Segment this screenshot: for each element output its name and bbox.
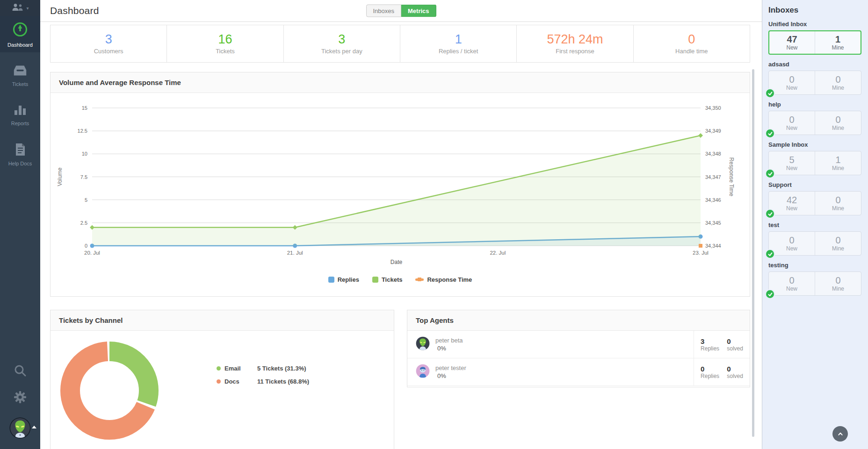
check-icon xyxy=(765,128,775,138)
user-avatar[interactable] xyxy=(9,417,31,441)
inbox-counts-box[interactable]: 0New 0Mine xyxy=(768,271,861,296)
gauge-icon xyxy=(12,21,28,39)
team-people-icon xyxy=(11,3,24,13)
main-header: Dashboard Inboxes Metrics xyxy=(40,0,762,22)
check-icon xyxy=(765,209,775,219)
check-icon xyxy=(765,289,775,299)
agent-replies: 3 Replies xyxy=(701,337,719,352)
inbox-counts-box[interactable]: 0New 0Mine xyxy=(768,231,861,256)
legend-dot xyxy=(217,366,221,371)
inbox-name: test xyxy=(768,221,861,228)
sidebar-item-dashboard[interactable]: Dashboard xyxy=(0,16,40,52)
agent-name: peter tester xyxy=(435,364,466,371)
page-title: Dashboard xyxy=(50,5,99,16)
main-content: Dashboard Inboxes Metrics 3 Customers 16… xyxy=(40,0,762,449)
svg-text:23. Jul: 23. Jul xyxy=(693,250,709,256)
inbox-group-support: Support 42New 0Mine xyxy=(768,181,861,215)
main-scrollbar[interactable] xyxy=(752,69,754,437)
sidebar-item-tickets[interactable]: Tickets xyxy=(0,59,40,92)
stat-label: Tickets xyxy=(216,48,235,55)
inbox-name: testing xyxy=(768,262,861,269)
alien-avatar xyxy=(416,336,430,352)
scroll-to-top-button[interactable] xyxy=(832,426,848,442)
legend-label: Tickets xyxy=(382,276,403,283)
svg-text:22. Jul: 22. Jul xyxy=(490,250,506,256)
document-icon xyxy=(14,143,26,158)
chart-legend: Replies Tickets Response Time xyxy=(51,276,750,283)
inbox-name: Support xyxy=(768,181,861,188)
sidebar-item-label: Dashboard xyxy=(7,42,33,48)
stat-value: 572h 24m xyxy=(547,33,603,47)
top-agents-panel: Top Agents xyxy=(407,310,750,387)
stat-value: 3 xyxy=(105,33,112,47)
legend-replies[interactable]: Replies xyxy=(328,276,359,283)
legend-response-time[interactable]: Response Time xyxy=(415,276,472,283)
channel-panel-title: Tickets by Channel xyxy=(51,310,394,331)
svg-text:34,346: 34,346 xyxy=(705,197,721,203)
chevron-down-icon: ▾ xyxy=(26,6,29,11)
svg-text:34,344: 34,344 xyxy=(705,243,721,249)
legend-swatch xyxy=(328,277,334,283)
svg-text:7.5: 7.5 xyxy=(80,174,87,180)
legend-label: Replies xyxy=(338,276,359,283)
inbox-group-sample-inbox: Sample Inbox 5New 1Mine xyxy=(768,141,861,175)
legend-tickets[interactable]: Tickets xyxy=(372,276,403,283)
inbox-name: adsasd xyxy=(768,61,861,68)
inbox-group-testing: testing 0New 0Mine xyxy=(768,262,861,296)
stat-first-response: 572h 24m First response xyxy=(516,25,633,62)
inbox-counts-box[interactable]: 42New 0Mine xyxy=(768,191,861,215)
sidebar-item-reports[interactable]: Reports xyxy=(0,98,40,131)
svg-text:34,350: 34,350 xyxy=(705,105,721,111)
view-toggle: Inboxes Metrics xyxy=(366,5,436,17)
stat-value: 16 xyxy=(218,33,232,47)
agent-solved: 0 solved xyxy=(727,365,743,379)
svg-text:34,347: 34,347 xyxy=(705,174,721,180)
inbox-counts-box[interactable]: 47New 1Mine xyxy=(768,30,861,55)
legend-value: 5 Tickets (31.3%) xyxy=(257,365,306,372)
donut-legend-docs[interactable]: Docs 11 Tickets (68.8%) xyxy=(217,378,309,385)
stat-value: 1 xyxy=(455,33,462,47)
sidebar-item-help-docs[interactable]: Help Docs xyxy=(0,137,40,171)
inboxes-title: Inboxes xyxy=(768,6,861,15)
stat-customers: 3 Customers xyxy=(51,25,166,62)
volume-response-chart-panel: Volume and Average Response Time 034,344… xyxy=(50,72,750,297)
agent-name: peter beta xyxy=(435,337,463,344)
donut-legend: Email 5 Tickets (31.3%) Docs 11 Tickets … xyxy=(217,365,309,440)
channel-donut-chart[interactable] xyxy=(60,342,159,440)
agent-row: peter tester 0% 0 Replies 0 solved xyxy=(407,358,750,386)
legend-swatch xyxy=(415,278,424,281)
inbox-name: Sample Inbox xyxy=(768,141,861,148)
stat-handle-time: 0 Handle time xyxy=(633,25,750,62)
stat-tickets: 16 Tickets xyxy=(166,25,283,62)
chart-title: Volume and Average Response Time xyxy=(51,72,750,93)
inbox-counts-box[interactable]: 0New 0Mine xyxy=(768,71,861,95)
account-switcher[interactable]: ▾ xyxy=(0,0,40,16)
legend-swatch xyxy=(372,277,378,283)
svg-text:34,348: 34,348 xyxy=(705,151,721,157)
svg-text:Response Time: Response Time xyxy=(728,157,735,197)
inboxes-toggle-button[interactable]: Inboxes xyxy=(366,5,401,17)
stat-label: Handle time xyxy=(675,48,708,55)
stat-tickets-per-day: 3 Tickets per day xyxy=(283,25,400,62)
donut-legend-email[interactable]: Email 5 Tickets (31.3%) xyxy=(217,365,309,372)
sidebar-item-label: Help Docs xyxy=(8,161,32,166)
metrics-toggle-button[interactable]: Metrics xyxy=(401,5,436,17)
gear-icon[interactable] xyxy=(14,391,26,405)
top-agents-title: Top Agents xyxy=(407,310,750,331)
svg-text:15: 15 xyxy=(82,105,87,111)
blue-avatar xyxy=(416,364,430,380)
svg-text:20. Jul: 20. Jul xyxy=(84,250,100,256)
inbox-counts-box[interactable]: 5New 1Mine xyxy=(768,151,861,175)
svg-text:2.5: 2.5 xyxy=(80,220,87,226)
check-icon xyxy=(765,169,775,178)
legend-dot xyxy=(217,379,221,384)
svg-text:Date: Date xyxy=(391,259,403,265)
inbox-counts-box[interactable]: 0New 0Mine xyxy=(768,111,861,135)
svg-text:12.5: 12.5 xyxy=(78,128,87,134)
stat-replies-per-ticket: 1 Replies / ticket xyxy=(400,25,516,62)
stat-label: Tickets per day xyxy=(321,48,362,55)
legend-value: 11 Tickets (68.8%) xyxy=(257,378,309,385)
legend-label: Docs xyxy=(224,378,257,385)
search-icon[interactable] xyxy=(14,364,27,379)
inbox-tray-icon xyxy=(12,64,28,78)
